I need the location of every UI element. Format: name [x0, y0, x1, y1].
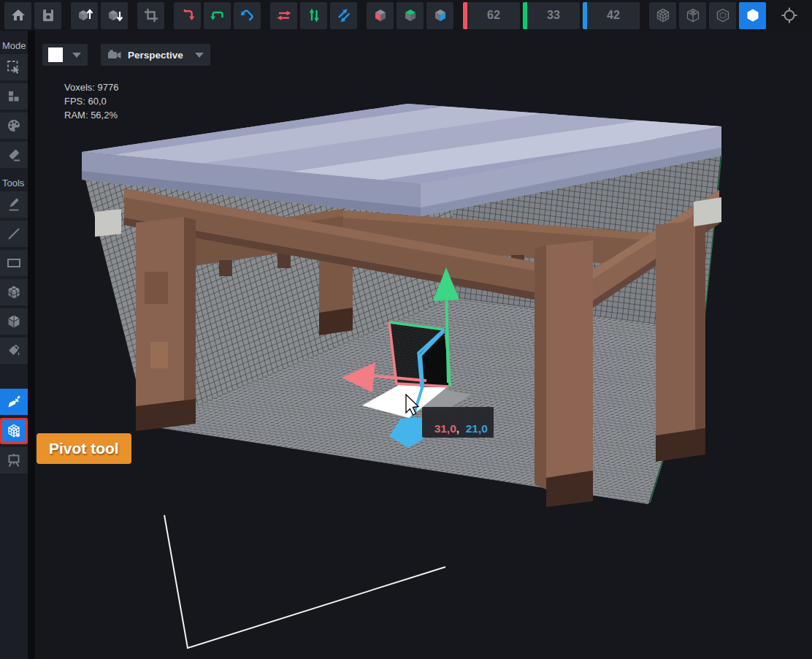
flip-x-button[interactable]: [270, 2, 297, 29]
recenter-camera-button[interactable]: [775, 2, 803, 29]
blocks-icon: [6, 88, 22, 104]
pivot-tool-tooltip: Pivot tool: [37, 433, 131, 464]
voxel-cube-alt-icon: [6, 313, 22, 330]
save-icon: [40, 7, 56, 23]
eraser-icon: [6, 147, 22, 163]
line-icon: [6, 226, 22, 242]
mirror-x-button[interactable]: [367, 2, 394, 29]
ram-readout: RAM: 56,2%: [64, 108, 118, 122]
cube-outline-icon: [715, 7, 731, 23]
cube-red-face-icon: [372, 7, 388, 23]
mode-select-button[interactable]: [0, 54, 28, 80]
size-y-value: 33: [527, 9, 580, 22]
tool-rectangle-button[interactable]: [0, 250, 28, 276]
cube-down-button[interactable]: [101, 2, 128, 29]
size-y-counter[interactable]: 33: [523, 2, 580, 29]
flip-z-button[interactable]: [330, 2, 357, 29]
view-solid-button[interactable]: [739, 2, 766, 29]
camera-mode-label: Perspective: [128, 50, 183, 61]
swap-horizontal-icon: [276, 7, 292, 23]
rotate-z-icon: [240, 7, 256, 23]
rotate-y-icon: [210, 7, 226, 23]
cube-arrow-down-icon: [107, 7, 123, 23]
size-z-counter[interactable]: 42: [583, 2, 640, 29]
rectangle-icon: [6, 255, 22, 271]
view-grid-full-button[interactable]: [649, 2, 676, 29]
tool-fill-button[interactable]: [0, 338, 28, 364]
tool-pencil-button[interactable]: [0, 191, 28, 218]
camera-icon: [107, 49, 122, 61]
marquee-select-icon: [6, 59, 22, 75]
camera-mode-dropdown[interactable]: Perspective: [101, 44, 210, 66]
swap-vertical-icon: [306, 7, 322, 23]
cube-arrow-up-icon: [77, 7, 93, 23]
crop-button[interactable]: [137, 2, 164, 29]
save-button[interactable]: [34, 2, 61, 29]
home-button[interactable]: [4, 2, 31, 29]
color-swatch-dropdown[interactable]: [42, 44, 88, 66]
rotate-x-button[interactable]: [174, 2, 201, 29]
viewport-canvas[interactable]: [0, 0, 812, 659]
tool-picker-button[interactable]: [0, 389, 28, 415]
rotate-z-button[interactable]: [234, 2, 261, 29]
cube-grid-icon: [655, 7, 671, 23]
cube-blue-face-icon: [432, 7, 448, 23]
home-icon: [10, 7, 26, 23]
left-sidebar: Mode Tools: [0, 31, 28, 659]
coordinate-tooltip: 31,0, 21,0: [422, 407, 494, 438]
coordinate-x: 31,0: [434, 422, 456, 435]
top-toolbar: 62 33 42: [0, 0, 812, 31]
rotate-x-icon: [180, 7, 196, 23]
cube-partial-grid-icon: [685, 7, 701, 23]
crop-icon: [143, 7, 159, 23]
tool-line-button[interactable]: [0, 221, 28, 247]
target-icon: [781, 7, 798, 24]
hexagon-solid-icon: [745, 7, 761, 23]
pencil-icon: [6, 197, 22, 213]
tools-section-label: Tools: [0, 178, 24, 191]
swap-diagonal-icon: [336, 7, 352, 23]
coordinate-separator: ,: [456, 422, 466, 435]
fps-readout: FPS: 60,0: [64, 94, 118, 108]
mode-erase-button[interactable]: [0, 142, 28, 168]
easel-icon: [6, 452, 22, 468]
mirror-z-button[interactable]: [426, 2, 453, 29]
rotate-y-button[interactable]: [204, 2, 231, 29]
viewport-stats: Voxels: 9776 FPS: 60,0 RAM: 56,2%: [64, 80, 118, 122]
chevron-down-icon: [195, 53, 204, 58]
sidebar-divider: [28, 31, 35, 659]
flip-y-button[interactable]: [300, 2, 327, 29]
palette-icon: [6, 118, 22, 134]
ground-corner-lines: [164, 515, 445, 648]
chevron-down-icon: [72, 53, 81, 58]
tool-hollow-box-button[interactable]: [0, 308, 28, 335]
cube-green-face-icon: [402, 7, 418, 23]
voxel-cube-icon: [6, 284, 22, 300]
tool-box-button[interactable]: [0, 279, 28, 305]
paint-bucket-icon: [6, 343, 22, 359]
tool-render-button[interactable]: [0, 447, 28, 473]
coordinate-z: 21,0: [466, 422, 488, 435]
tool-pivot-button[interactable]: [0, 418, 28, 444]
current-color-swatch: [48, 47, 63, 62]
size-x-counter[interactable]: 62: [463, 2, 520, 29]
mode-blocks-button[interactable]: [0, 83, 28, 110]
cube-up-button[interactable]: [71, 2, 98, 29]
pivot-cube-icon: [6, 423, 22, 439]
size-z-value: 42: [587, 9, 640, 22]
mode-section-label: Mode: [0, 40, 26, 54]
view-grid-partial-button[interactable]: [679, 2, 706, 29]
dagger-icon: [6, 394, 22, 410]
view-outline-button[interactable]: [709, 2, 736, 29]
voxel-count: Voxels: 9776: [64, 80, 118, 94]
size-x-value: 62: [467, 9, 520, 22]
mirror-y-button[interactable]: [397, 2, 424, 29]
mode-paint-button[interactable]: [0, 113, 28, 139]
